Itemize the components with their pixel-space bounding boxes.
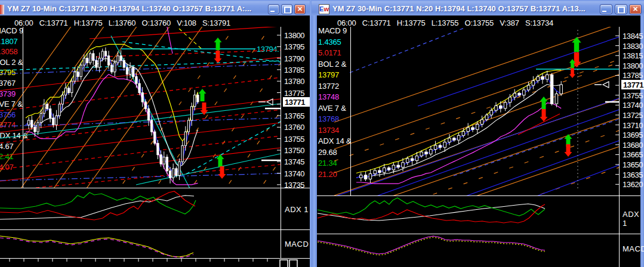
candle-body: [90, 54, 91, 63]
signal-down-arrow: [540, 109, 548, 122]
candle-body: [61, 95, 63, 104]
scrollbar-button[interactable]: [280, 260, 288, 267]
signal-up-arrow: [540, 97, 548, 109]
trendline-orange: [334, 74, 619, 173]
trendline-red: [36, 164, 281, 188]
candle-body: [504, 103, 507, 108]
trendline-blue: [334, 98, 619, 197]
candle-body: [120, 56, 122, 61]
candle-body: [500, 105, 503, 108]
candle-body: [93, 54, 94, 61]
candle-body: [56, 116, 57, 125]
candle-body: [114, 63, 116, 72]
candle-body: [169, 171, 171, 178]
trendline-orange: [466, 147, 619, 200]
candle-body: [443, 142, 446, 147]
candle-body: [485, 115, 488, 120]
candle-body: [513, 93, 516, 97]
candle-body: [71, 81, 73, 92]
candle-body: [448, 138, 451, 142]
candle-body: [187, 120, 189, 132]
trendline-blue: [448, 141, 619, 203]
scrollbar-button[interactable]: [289, 260, 297, 267]
candle-body: [135, 76, 137, 83]
candle-body: [411, 159, 414, 160]
candle-body: [123, 60, 125, 67]
candle-body: [163, 157, 165, 164]
chart-canvas[interactable]: [0, 0, 644, 267]
candle-body: [98, 58, 100, 67]
candle-body: [130, 67, 131, 74]
candle-body: [453, 138, 456, 140]
candle-body: [43, 104, 45, 113]
trendline-red: [0, 123, 281, 156]
macd-line-yellow: [318, 237, 545, 255]
candle-body: [523, 90, 526, 95]
candle-body: [157, 143, 159, 154]
candle-body: [141, 93, 143, 102]
candle-body: [74, 72, 76, 81]
candle-body: [397, 165, 400, 167]
candle-body: [495, 105, 498, 110]
trendline-orange: [0, 21, 75, 197]
trendline-blue2: [350, 27, 466, 73]
candle-body: [527, 85, 530, 90]
adx-line-red: [0, 191, 195, 220]
candle-body: [532, 80, 535, 85]
candle-body: [457, 135, 460, 140]
candle-body: [40, 113, 42, 122]
candle-body: [117, 56, 119, 63]
candle-body: [95, 60, 97, 67]
candle-body: [197, 95, 199, 102]
trendline-blue: [519, 165, 619, 203]
trendline-red: [90, 26, 281, 39]
candle-body: [178, 162, 180, 175]
candle-body: [425, 152, 428, 154]
candle-body: [50, 109, 51, 118]
candle-body: [83, 58, 85, 66]
trendline-orange: [15, 21, 140, 197]
signal-down-arrow: [565, 144, 572, 157]
candle-body: [58, 104, 60, 116]
candle-body: [28, 120, 30, 125]
left_window-chart-layer: [0, 21, 380, 228]
candle-body: [490, 110, 493, 115]
candle-body: [181, 145, 183, 162]
candle-body: [476, 124, 479, 129]
candle-body: [101, 51, 103, 58]
candle-body: [434, 145, 437, 150]
candle-body: [166, 157, 168, 171]
candle-body: [86, 58, 88, 63]
candle-body: [126, 67, 128, 74]
candle-body: [191, 107, 193, 120]
candle-body: [467, 128, 470, 132]
trendline-blue2: [0, 173, 281, 181]
candle-body: [406, 159, 409, 163]
candle-body: [80, 65, 82, 76]
candle-body: [175, 169, 177, 176]
candle-body: [154, 132, 156, 143]
bollinger-upper: [356, 70, 561, 173]
trendline-orange: [48, 21, 173, 197]
candle-body: [555, 94, 558, 104]
candle-body: [151, 120, 153, 132]
candle-body: [402, 163, 405, 167]
candle-body: [64, 88, 66, 95]
candle-body: [430, 150, 433, 154]
candle-body: [53, 118, 54, 125]
signal-up-arrow: [214, 38, 222, 50]
candle-body: [184, 132, 186, 145]
candle-body: [138, 83, 140, 92]
candle-body: [472, 128, 474, 129]
candle-body: [518, 93, 521, 95]
candle-body: [104, 51, 106, 56]
candle-body: [378, 170, 381, 172]
signal-up-arrow: [199, 89, 207, 101]
candle-body: [509, 97, 511, 103]
trendline-blue: [358, 110, 619, 203]
candle-body: [387, 168, 390, 170]
candle-body: [144, 102, 146, 109]
signal-down-arrow: [218, 166, 226, 179]
right_window-chart-layer: [334, 24, 619, 203]
candle-body: [415, 156, 418, 161]
